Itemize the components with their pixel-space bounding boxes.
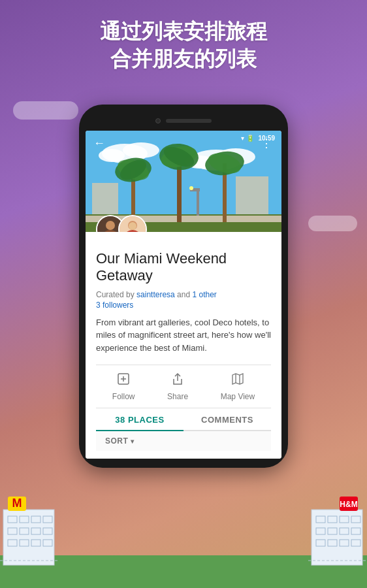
- building-left: M: [0, 457, 59, 588]
- svg-point-60: [106, 221, 115, 230]
- map-view-label: Map View: [221, 392, 255, 401]
- status-time: 10:59: [258, 135, 275, 142]
- camera: [155, 118, 161, 123]
- status-icons: ▾ 🔋 10:59: [241, 135, 275, 142]
- svg-point-58: [189, 186, 193, 190]
- sort-arrow-icon: ▾: [131, 438, 135, 445]
- action-buttons: Follow Share: [96, 365, 271, 408]
- battery-icon: 🔋: [246, 135, 254, 142]
- phone-screen: ▾ 🔋 10:59: [86, 131, 281, 459]
- svg-text:M: M: [12, 497, 22, 510]
- promo-text: 通过列表安排旅程 合并朋友的列表: [0, 18, 367, 73]
- promo-line1: 通过列表安排旅程: [0, 18, 367, 46]
- tabs-row: 38 PLACES COMMENTS: [96, 408, 271, 431]
- hero-image: ← ⋮: [86, 131, 281, 232]
- svg-rect-17: [308, 562, 367, 588]
- svg-rect-0: [0, 562, 59, 588]
- svg-text:H&M: H&M: [340, 500, 357, 509]
- avatars-row: [96, 215, 140, 232]
- sort-bar[interactable]: SORT ▾: [96, 431, 271, 451]
- description-text: From vibrant art galleries, cool Deco ho…: [96, 316, 271, 355]
- phone: ▾ 🔋 10:59: [79, 105, 288, 468]
- promo-line2: 合并朋友的列表: [0, 46, 367, 73]
- map-icon: [231, 372, 245, 389]
- building-right: H&M: [308, 457, 367, 588]
- curated-by-line: Curated by saintteresa and 1 other: [96, 290, 271, 299]
- share-button[interactable]: Share: [167, 372, 188, 401]
- tab-comments-label: COMMENTS: [201, 415, 253, 425]
- svg-point-65: [129, 222, 136, 230]
- follow-button[interactable]: Follow: [112, 372, 135, 401]
- tab-comments[interactable]: COMMENTS: [184, 408, 271, 430]
- wifi-icon: ▾: [241, 135, 244, 142]
- map-view-button[interactable]: Map View: [221, 372, 255, 401]
- status-bar: ▾ 🔋 10:59: [86, 131, 281, 145]
- sort-label: SORT: [105, 436, 128, 446]
- list-title: Our Miami Weekend Getaway: [96, 250, 271, 285]
- author-link[interactable]: saintteresa: [136, 290, 175, 299]
- curated-by-label: Curated by: [96, 290, 135, 299]
- cloud-left: [13, 101, 78, 126]
- svg-rect-56: [197, 189, 199, 216]
- speaker: [166, 119, 212, 123]
- tab-places[interactable]: 38 PLACES: [96, 408, 184, 430]
- followers-count[interactable]: 3 followers: [96, 301, 271, 310]
- follow-label: Follow: [112, 392, 135, 401]
- other-link[interactable]: 1 other: [192, 290, 216, 299]
- tab-places-label: 38 PLACES: [115, 415, 164, 425]
- follow-icon: [116, 372, 131, 389]
- content-area: Our Miami Weekend Getaway Curated by sai…: [86, 232, 281, 459]
- cloud-right: [308, 216, 360, 235]
- share-label: Share: [167, 392, 188, 401]
- and-text: and: [177, 290, 192, 299]
- phone-outer: ▾ 🔋 10:59: [79, 105, 288, 468]
- share-icon: [170, 372, 185, 389]
- phone-notch: [86, 114, 281, 128]
